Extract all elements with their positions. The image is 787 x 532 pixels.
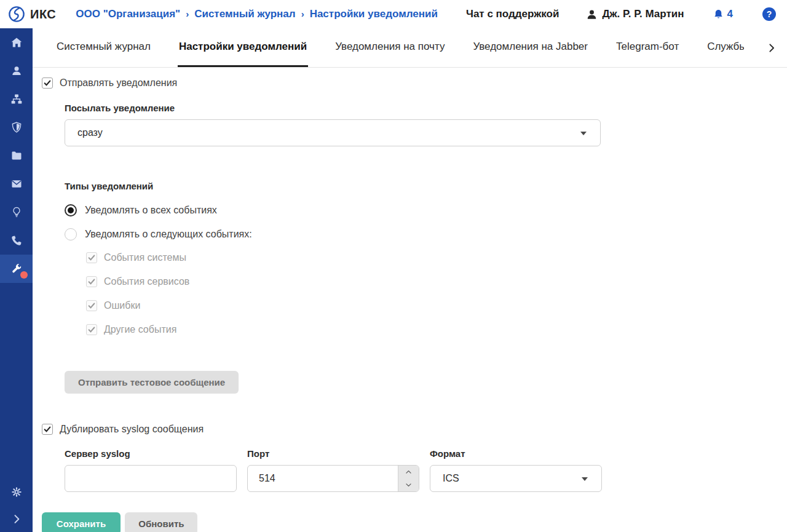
errors-label: Ошибки <box>104 300 140 311</box>
chevron-right-icon <box>10 513 23 525</box>
bell-icon <box>713 9 724 20</box>
breadcrumb-notification-settings[interactable]: Настройки уведомлений <box>310 8 438 20</box>
syslog-port-field: Порт <box>247 448 419 492</box>
checkbox-checked-icon <box>42 424 53 435</box>
breadcrumb: ООО "Организация" › Системный журнал › Н… <box>76 8 438 20</box>
phone-icon <box>10 234 23 247</box>
port-stepper <box>398 466 419 491</box>
sidebar-item-users[interactable] <box>0 57 33 85</box>
notifications-button[interactable]: 4 <box>713 8 733 20</box>
breadcrumb-separator-icon: › <box>186 9 189 19</box>
syslog-format-value: ICS <box>443 473 459 484</box>
user-icon <box>586 9 598 20</box>
sidebar-item-security[interactable] <box>0 113 33 141</box>
checkbox-checked-icon <box>86 300 97 311</box>
tab-system-log[interactable]: Системный журнал <box>55 28 152 67</box>
logo-icon <box>7 5 26 23</box>
errors-checkbox[interactable]: Ошибки <box>86 300 787 311</box>
chevron-right-icon <box>766 42 777 54</box>
radio-all-events[interactable]: Уведомлять о всех событиях <box>65 204 787 216</box>
syslog-server-label: Сервер syslog <box>65 448 237 459</box>
checkbox-checked-icon <box>42 77 53 89</box>
sitemap-icon <box>10 93 23 105</box>
sidebar-item-home[interactable] <box>0 28 33 57</box>
sidebar-item-mail[interactable] <box>0 170 33 198</box>
user-menu[interactable]: Дж. Р. Р. Мартин <box>586 8 684 20</box>
syslog-section: Дублировать syslog сообщения Сервер sysl… <box>42 424 787 492</box>
help-button[interactable]: ? <box>762 7 776 21</box>
radio-selected-events[interactable]: Уведомлять о следующих событиях: <box>65 228 787 240</box>
notification-types-label: Типы уведомлений <box>65 181 787 191</box>
tab-mail-notifications[interactable]: Уведомления на почту <box>334 28 446 67</box>
radio-selected-icon <box>65 204 77 216</box>
home-icon <box>10 36 23 49</box>
envelope-icon <box>10 178 23 190</box>
breadcrumb-system-log[interactable]: Системный журнал <box>194 8 295 20</box>
tab-jabber-notifications[interactable]: Уведомления на Jabber <box>472 28 589 67</box>
sidebar-item-maintenance[interactable] <box>0 255 33 283</box>
save-button[interactable]: Сохранить <box>42 512 121 532</box>
sidebar-item-monitoring[interactable] <box>0 198 33 226</box>
support-chat-link[interactable]: Чат с поддержкой <box>466 8 559 20</box>
send-when-label: Посылать уведомление <box>65 103 787 113</box>
sidebar-spacer <box>0 283 33 478</box>
duplicate-syslog-checkbox[interactable]: Дублировать syslog сообщения <box>42 424 787 435</box>
logo-text: ИКС <box>30 7 56 22</box>
sidebar-item-telephony[interactable] <box>0 226 33 255</box>
syslog-server-input[interactable] <box>65 465 237 492</box>
send-test-message-button[interactable]: Отправить тестовое сообщение <box>65 371 239 394</box>
send-when-select[interactable]: сразу <box>65 119 601 146</box>
notification-count-badge: 4 <box>727 8 733 20</box>
syslog-format-select[interactable]: ICS <box>430 465 602 492</box>
maintenance-alert-badge <box>20 271 28 279</box>
stepper-up-button[interactable] <box>398 466 419 478</box>
service-events-label: События сервисов <box>104 276 189 287</box>
sidebar-item-settings[interactable] <box>0 478 33 506</box>
gear-icon <box>10 486 23 498</box>
tab-notification-settings[interactable]: Настройки уведомлений <box>178 28 308 67</box>
sidebar-item-files[interactable] <box>0 141 33 170</box>
user-icon <box>10 65 23 77</box>
app-logo[interactable]: ИКС <box>7 5 56 23</box>
service-events-checkbox[interactable]: События сервисов <box>86 276 787 287</box>
chevron-up-icon <box>405 468 413 476</box>
sidebar-item-network[interactable] <box>0 85 33 113</box>
breadcrumb-separator-icon: › <box>301 9 304 19</box>
system-events-checkbox[interactable]: События системы <box>86 252 787 263</box>
radio-all-events-label: Уведомлять о всех событиях <box>85 205 217 216</box>
sidebar-item-expand[interactable] <box>0 506 33 532</box>
tab-services[interactable]: Службы <box>706 28 744 67</box>
breadcrumb-organization[interactable]: ООО "Организация" <box>76 8 180 20</box>
header-right: Чат с поддержкой Дж. Р. Р. Мартин 4 ? <box>466 7 776 21</box>
syslog-format-label: Формат <box>430 448 602 459</box>
page: ИКС ООО "Организация" › Системный журнал… <box>0 0 787 532</box>
syslog-fields-row: Сервер syslog Порт <box>65 448 787 492</box>
lightbulb-icon <box>10 206 23 218</box>
refresh-button[interactable]: Обновить <box>125 512 197 532</box>
tab-bar: Системный журнал Настройки уведомлений У… <box>33 28 787 68</box>
checkbox-checked-icon <box>86 324 97 335</box>
duplicate-syslog-label: Дублировать syslog сообщения <box>60 424 204 435</box>
stepper-down-button[interactable] <box>398 478 419 491</box>
syslog-port-label: Порт <box>247 448 419 459</box>
folder-icon <box>10 149 23 162</box>
other-events-label: Другие события <box>104 324 176 335</box>
settings-form: Отправлять уведомления Посылать уведомле… <box>33 68 787 532</box>
form-actions: Сохранить Обновить <box>42 512 787 532</box>
caret-down-icon <box>582 477 588 481</box>
other-events-checkbox[interactable]: Другие события <box>86 324 787 335</box>
radio-unselected-icon <box>65 228 77 240</box>
shield-icon <box>10 121 23 133</box>
tabs-scroll-right-button[interactable] <box>756 28 787 67</box>
event-type-checkboxes: События системы События сервисов Ошибки <box>86 252 787 335</box>
user-name: Дж. Р. Р. Мартин <box>602 8 684 20</box>
radio-selected-events-label: Уведомлять о следующих событиях: <box>85 229 252 240</box>
sidebar <box>0 28 33 532</box>
header: ИКС ООО "Организация" › Системный журнал… <box>0 0 787 28</box>
send-notifications-checkbox[interactable]: Отправлять уведомления <box>42 77 787 89</box>
chevron-down-icon <box>405 481 413 489</box>
tab-telegram-bot[interactable]: Telegram-бот <box>615 28 680 67</box>
send-notifications-label: Отправлять уведомления <box>60 77 177 89</box>
syslog-format-field: Формат ICS <box>430 448 602 492</box>
syslog-port-input[interactable] <box>247 465 419 492</box>
